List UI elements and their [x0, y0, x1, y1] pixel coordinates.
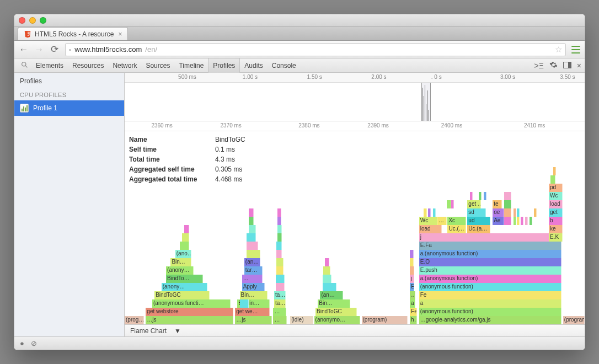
flame-block[interactable]	[517, 208, 520, 217]
flame-block[interactable]	[530, 217, 532, 225]
flame-block[interactable]: Apply	[242, 283, 265, 291]
flame-block[interactable]: a.(anonymous function)	[419, 275, 562, 283]
flame-block[interactable]	[447, 200, 451, 208]
flame-block[interactable]: Uc.(a…	[467, 225, 490, 233]
close-devtools-icon[interactable]: ×	[577, 61, 581, 70]
menu-button[interactable]	[571, 46, 580, 53]
flame-block[interactable]: (an…	[320, 291, 343, 299]
flame-block[interactable]	[184, 225, 189, 233]
devtools-tab-timeline[interactable]: Timeline	[174, 58, 208, 73]
flame-block[interactable]	[410, 258, 414, 266]
flame-block[interactable]: ke	[549, 225, 563, 233]
flame-block[interactable]: Ae	[493, 217, 504, 225]
flame-block[interactable]: (anonymous function)	[419, 308, 562, 316]
flame-block[interactable]: …	[273, 308, 286, 316]
flame-block[interactable]	[504, 208, 511, 217]
flame-block[interactable]	[479, 192, 482, 200]
flame-block[interactable]	[504, 200, 511, 208]
flame-block[interactable]	[470, 192, 473, 200]
flame-block[interactable]: E.O	[419, 258, 562, 266]
view-mode-dropdown[interactable]: Flame Chart ▼	[130, 327, 181, 335]
flame-block[interactable]: (anonymous function)	[419, 283, 562, 291]
flame-block[interactable]: BindToGC	[154, 291, 210, 299]
flame-block[interactable]: a	[419, 299, 562, 308]
flame-block[interactable]: get	[549, 208, 563, 217]
sidebar-item-profile-1[interactable]: Profile 1	[14, 100, 124, 116]
tab-close-icon[interactable]: ×	[118, 30, 122, 38]
flame-block[interactable]: Xc	[447, 217, 466, 225]
flame-block[interactable]	[277, 208, 281, 217]
flame-block[interactable]	[428, 208, 431, 217]
flame-block[interactable]	[514, 208, 516, 217]
flame-block[interactable]	[276, 266, 284, 275]
flame-block[interactable]: …js	[146, 316, 233, 324]
flame-block[interactable]	[550, 175, 555, 184]
flame-block[interactable]: (anony…	[162, 283, 207, 291]
clear-icon[interactable]: ⊘	[31, 339, 37, 347]
flame-block[interactable]: get we…	[235, 308, 270, 316]
flame-block[interactable]: Wc	[419, 217, 437, 225]
flame-block[interactable]	[276, 242, 282, 250]
minimize-window-button[interactable]	[29, 17, 36, 24]
flame-block[interactable]	[249, 208, 253, 217]
flame-block[interactable]	[521, 217, 523, 225]
flame-block[interactable]	[484, 192, 486, 200]
flame-block[interactable]: …	[242, 275, 263, 283]
flame-block[interactable]: a	[410, 299, 415, 308]
flame-block[interactable]: (anony…	[166, 266, 194, 275]
flame-block[interactable]	[433, 208, 436, 217]
flame-block[interactable]	[276, 250, 282, 258]
flame-block[interactable]	[504, 217, 511, 225]
devtools-tab-sources[interactable]: Sources	[141, 58, 174, 73]
flame-block[interactable]: tar…	[244, 266, 263, 275]
flame-block[interactable]: Bin…	[240, 291, 268, 299]
zoom-window-button[interactable]	[40, 17, 46, 24]
flame-block[interactable]	[325, 258, 329, 266]
record-icon[interactable]: ●	[20, 339, 24, 347]
detail-ruler[interactable]: 2360 ms2370 ms2380 ms2390 ms2400 ms2410 …	[125, 121, 585, 131]
overview-pane[interactable]	[125, 83, 585, 121]
devtools-tab-elements[interactable]: Elements	[31, 58, 68, 73]
flame-block[interactable]	[277, 225, 282, 233]
flame-block[interactable]: j	[419, 233, 557, 242]
flame-block[interactable]: BindToGC	[315, 308, 357, 316]
flame-block[interactable]: b	[549, 217, 563, 225]
flame-block[interactable]: …js	[235, 316, 272, 324]
flame-block[interactable]: pd	[549, 184, 563, 192]
flame-block[interactable]	[249, 225, 256, 233]
flame-block[interactable]: (idle)	[290, 316, 313, 324]
flame-block[interactable]: E.Fa	[419, 242, 562, 250]
flame-block[interactable]	[514, 217, 516, 225]
flame-block[interactable]	[323, 266, 330, 275]
flame-block[interactable]	[182, 233, 189, 242]
flame-block[interactable]	[451, 200, 454, 208]
close-window-button[interactable]	[19, 17, 25, 24]
flame-block[interactable]	[504, 192, 511, 200]
back-button[interactable]: ←	[19, 44, 29, 55]
flame-block[interactable]: j	[410, 275, 414, 283]
flame-block[interactable]: ud	[467, 217, 490, 225]
flame-block[interactable]	[534, 208, 537, 217]
flame-block[interactable]: (anonymous functi…	[152, 299, 231, 308]
flame-block[interactable]	[276, 258, 284, 266]
flame-block[interactable]	[517, 217, 520, 225]
dock-icon[interactable]	[563, 61, 571, 70]
flame-block[interactable]	[180, 242, 189, 250]
flame-block[interactable]: Uc.(…	[447, 225, 466, 233]
devtools-tab-network[interactable]: Network	[108, 58, 141, 73]
flame-block[interactable]: get webstore	[146, 308, 233, 316]
flame-block[interactable]: (program)	[563, 316, 585, 324]
flame-block[interactable]	[240, 299, 249, 308]
devtools-tab-console[interactable]: Console	[268, 58, 301, 73]
flame-block[interactable]: …	[437, 217, 447, 225]
flame-block[interactable]	[277, 233, 282, 242]
flame-block[interactable]: oe	[493, 208, 504, 217]
flame-block[interactable]: te	[493, 200, 502, 208]
flame-block[interactable]: …	[273, 316, 287, 324]
flame-block[interactable]: (ano…	[175, 250, 191, 258]
flame-block[interactable]: (anonymo…	[314, 316, 360, 324]
flame-block[interactable]	[276, 283, 285, 291]
flame-block[interactable]: ta…	[274, 291, 286, 299]
flame-block[interactable]: Bin…	[170, 258, 191, 266]
flame-block[interactable]: sd	[467, 208, 485, 217]
